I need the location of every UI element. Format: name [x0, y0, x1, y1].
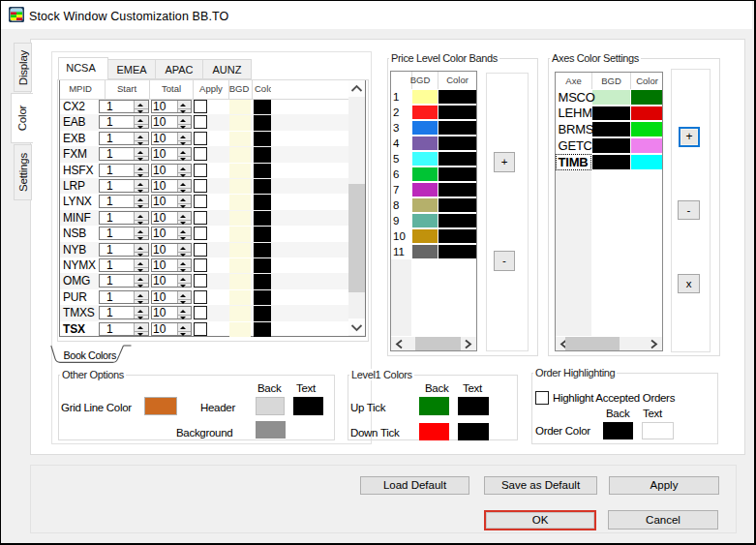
svg-text:Book Colors: Book Colors [64, 349, 117, 361]
